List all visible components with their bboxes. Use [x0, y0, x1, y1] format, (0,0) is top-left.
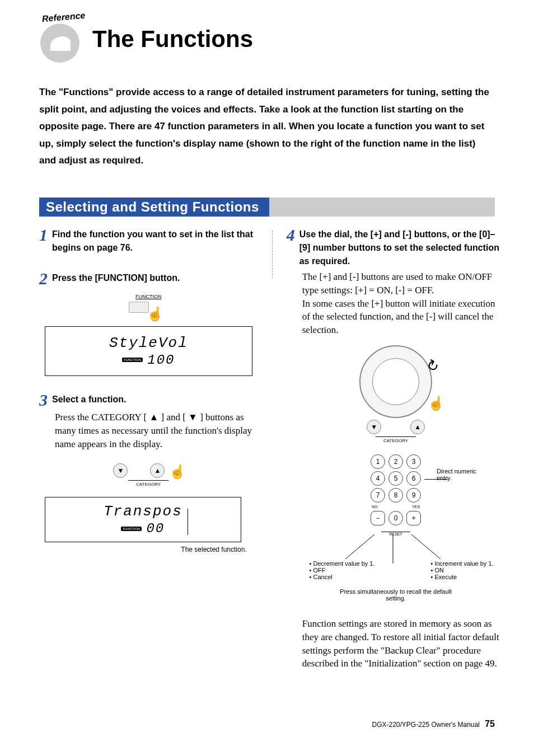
- annotation-reset: Press simultaneously to recall the defau…: [340, 588, 452, 602]
- reference-label: Reference: [41, 11, 86, 25]
- function-button-icon: [129, 302, 149, 313]
- keypad-0: 0: [388, 511, 403, 525]
- keypad-4: 4: [371, 471, 385, 486]
- dial-icon: ↻ ☝: [359, 345, 432, 418]
- annot-execute: • Execute: [431, 574, 494, 580]
- keypad-2: 2: [388, 454, 403, 469]
- keypad-illustration: 1 2 3 4 5 6 7 8 9: [287, 452, 505, 602]
- annotation-numeric: Direct numeric entry.: [437, 468, 487, 481]
- step-body: Press the CATEGORY [ ▲ ] and [ ▼ ] butto…: [55, 411, 258, 450]
- display-tag: FUNCTION: [121, 527, 142, 531]
- keypad-plus: +: [406, 511, 421, 525]
- manual-name: DGX-220/YPG-225 Owner's Manual: [372, 721, 479, 729]
- display-main-text: Transpos: [104, 503, 182, 520]
- svg-rect-0: [50, 49, 71, 51]
- step-number: 3: [39, 392, 48, 408]
- step-3: 3 Select a function. Press the CATEGORY …: [39, 393, 258, 553]
- hand-pointer-icon: ☝: [428, 396, 444, 411]
- page-header: Reference The Functions: [39, 17, 495, 62]
- callout-line: [188, 509, 188, 535]
- keypad-8: 8: [388, 488, 403, 503]
- annot-increment: • Increment value by 1.: [431, 560, 494, 567]
- svg-line-2: [411, 534, 441, 559]
- keypad-7: 7: [371, 488, 385, 503]
- keypad-9: 9: [406, 488, 421, 503]
- step-1: 1 Find the function you want to set in t…: [39, 228, 258, 255]
- category-up-button: ▲: [410, 420, 425, 434]
- page-footer: DGX-220/YPG-225 Owner's Manual 75: [372, 719, 495, 729]
- category-label: CATEGORY: [128, 480, 168, 487]
- category-label: CATEGORY: [376, 436, 416, 443]
- step-title: Select a function.: [52, 393, 126, 406]
- function-label: FUNCTION: [39, 294, 258, 299]
- column-divider: [272, 231, 273, 278]
- section-title: Selecting and Setting Functions: [39, 198, 269, 217]
- keypad-reset-label: RESET: [381, 532, 410, 536]
- section-header-bar: Selecting and Setting Functions: [39, 198, 495, 217]
- annotation-columns: • Decrement value by 1. • OFF • Cancel •…: [287, 560, 505, 580]
- annot-decrement: • Decrement value by 1.: [310, 560, 375, 567]
- display-sub-text: 100: [147, 353, 175, 368]
- hand-pointer-icon: ☝: [147, 306, 163, 322]
- display-caption: The selected function.: [39, 546, 247, 553]
- category-up-button: ▲: [150, 463, 165, 478]
- lcd-display-2: Transpos FUNCTION 00: [45, 497, 241, 542]
- function-button-illustration: FUNCTION ☝: [39, 294, 258, 316]
- keypad-yes-label: YES: [412, 505, 420, 509]
- keypad-5: 5: [388, 471, 403, 486]
- category-buttons-illustration: ▼ ▲ ☝ CATEGORY: [39, 461, 258, 488]
- step-body-2: In some cases the [+] button will initia…: [302, 297, 505, 337]
- keypad-3: 3: [406, 454, 421, 469]
- svg-line-1: [345, 534, 374, 559]
- page-number: 75: [485, 719, 495, 729]
- step-title: Press the [FUNCTION] button.: [52, 271, 180, 285]
- step-title: Find the function you want to set in the…: [52, 228, 258, 255]
- annot-cancel: • Cancel: [310, 574, 375, 580]
- keypad-minus: −: [371, 511, 385, 525]
- lcd-display-1: StyleVol FUNCTION 100: [45, 326, 252, 376]
- rotate-arrow-icon: ↻: [423, 356, 443, 377]
- dial-illustration: ↻ ☝: [287, 345, 505, 420]
- piano-icon: [40, 24, 79, 63]
- step-2: 2 Press the [FUNCTION] button. FUNCTION …: [39, 271, 258, 376]
- hand-pointer-icon: ☝: [169, 464, 186, 480]
- category-down-button: ▼: [367, 420, 381, 434]
- display-sub-text: 00: [146, 521, 165, 536]
- display-tag: FUNCTION: [122, 358, 143, 362]
- keypad-6: 6: [406, 471, 421, 486]
- reference-badge: Reference: [39, 17, 84, 62]
- annot-on: • ON: [431, 567, 494, 574]
- intro-paragraph: The "Functions" provide access to a rang…: [39, 84, 495, 170]
- step-number: 4: [287, 227, 295, 243]
- keypad-no-label: NO: [372, 505, 378, 509]
- annot-off: • OFF: [310, 567, 375, 574]
- display-main-text: StyleVol: [57, 335, 241, 351]
- step-number: 2: [39, 270, 48, 287]
- page-title: The Functions: [92, 26, 253, 53]
- step-body-1: The [+] and [-] buttons are used to make…: [302, 270, 505, 297]
- closing-paragraph: Function settings are stored in memory a…: [302, 617, 505, 670]
- category-down-button: ▼: [113, 463, 128, 478]
- dial-category-buttons: ▼ ▲ CATEGORY: [287, 420, 505, 444]
- step-title: Use the dial, the [+] and [-] buttons, o…: [299, 228, 505, 268]
- step-number: 1: [39, 227, 48, 243]
- step-4: 4 Use the dial, the [+] and [-] buttons,…: [287, 228, 505, 670]
- keypad-1: 1: [371, 454, 385, 469]
